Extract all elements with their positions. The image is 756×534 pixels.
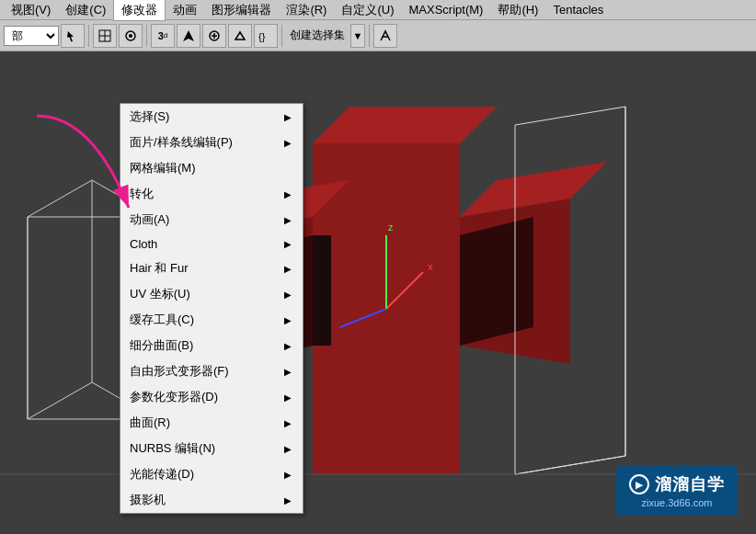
menu-item-ffd[interactable]: 自由形式变形器(F) ▶ <box>120 358 303 384</box>
menu-item-hair[interactable]: Hair 和 Fur ▶ <box>120 256 303 281</box>
play-icon: ▶ <box>629 474 649 494</box>
menu-item-uv[interactable]: UV 坐标(U) ▶ <box>120 281 303 307</box>
scene-3d: x z <box>0 51 756 534</box>
arrow-right-icon: ▶ <box>284 418 292 428</box>
toolbar-separator-1 <box>88 25 89 47</box>
toolbar-btn-4[interactable]: 3d <box>151 24 175 48</box>
menu-create[interactable]: 创建(C) <box>58 0 113 20</box>
arrow-right-icon: ▶ <box>284 189 292 199</box>
arrow-right-icon: ▶ <box>284 495 292 506</box>
toolbar-btn-2[interactable] <box>93 24 117 48</box>
menu-item-radiosity[interactable]: 光能传递(D) ▶ <box>120 461 303 487</box>
menu-item-select[interactable]: 选择(S) ▶ <box>120 104 303 130</box>
toolbar-btn-9[interactable] <box>373 24 397 48</box>
arrow-right-icon: ▶ <box>284 138 292 148</box>
toolbar-separator-4 <box>369 25 370 47</box>
arrow-right-icon: ▶ <box>284 444 292 454</box>
arrow-right-icon: ▶ <box>284 315 292 325</box>
menu-item-nurbs[interactable]: NURBS 编辑(N) ▶ <box>120 436 303 461</box>
arrow-right-icon: ▶ <box>284 264 292 274</box>
toolbar-btn-7[interactable] <box>228 24 252 48</box>
menu-item-cloth[interactable]: Cloth ▶ <box>120 233 303 256</box>
menubar: 视图(V) 创建(C) 修改器 动画 图形编辑器 渲染(R) 自定义(U) MA… <box>0 0 756 20</box>
menu-animation[interactable]: 动画 <box>166 0 204 20</box>
watermark: ▶ 溜溜自学 zixue.3d66.com <box>616 466 738 516</box>
toolbar-separator-3 <box>281 25 282 47</box>
menu-item-mesh[interactable]: 网格编辑(M) <box>120 155 303 181</box>
svg-point-4 <box>129 34 132 38</box>
arrow-right-icon: ▶ <box>284 470 292 480</box>
menu-tentacles[interactable]: Tentacles <box>545 1 611 18</box>
svg-marker-18 <box>460 217 533 346</box>
toolbar-btn-3[interactable] <box>119 24 143 48</box>
menu-item-camera[interactable]: 摄影机 ▶ <box>120 487 303 513</box>
arrow-right-icon: ▶ <box>284 112 292 122</box>
viewport[interactable]: x z 选择(S) ▶ 面片/样条线编辑(P) ▶ 网格编辑(M) 转化 ▶ 动… <box>0 51 756 534</box>
arrow-right-icon: ▶ <box>284 341 292 351</box>
toolbar-btn-6[interactable] <box>202 24 226 48</box>
toolbar-dropdown-arrow[interactable]: ▼ <box>350 24 365 48</box>
menu-graph-editor[interactable]: 图形编辑器 <box>204 0 279 20</box>
arrow-right-icon: ▶ <box>284 367 292 377</box>
svg-text:x: x <box>428 261 433 272</box>
svg-text:{}: {} <box>258 31 266 42</box>
menu-render[interactable]: 渲染(R) <box>279 0 334 20</box>
menu-item-subdivision[interactable]: 细分曲面(B) ▶ <box>120 333 303 358</box>
watermark-title: ▶ 溜溜自学 <box>629 473 725 495</box>
toolbar-select-btn[interactable] <box>61 24 85 48</box>
svg-text:z: z <box>388 222 394 233</box>
svg-rect-19 <box>313 235 331 346</box>
create-set-label: 创建选择集 <box>286 28 349 43</box>
arrow-right-icon: ▶ <box>284 392 292 403</box>
toolbar-btn-5[interactable] <box>177 24 200 48</box>
modifier-dropdown-menu: 选择(S) ▶ 面片/样条线编辑(P) ▶ 网格编辑(M) 转化 ▶ 动画(A)… <box>120 103 304 514</box>
menu-item-convert[interactable]: 转化 ▶ <box>120 181 303 207</box>
menu-item-surface[interactable]: 曲面(R) ▶ <box>120 410 303 436</box>
menu-item-parametric[interactable]: 参数化变形器(D) ▶ <box>120 384 303 410</box>
menu-modifier[interactable]: 修改器 <box>113 0 166 21</box>
menu-maxscript[interactable]: MAXScript(M) <box>401 1 490 18</box>
menu-item-animation[interactable]: 动画(A) ▶ <box>120 207 303 233</box>
arrow-right-icon: ▶ <box>284 290 292 300</box>
menu-customize[interactable]: 自定义(U) <box>334 0 401 20</box>
arrow-right-icon: ▶ <box>284 215 292 225</box>
menu-help[interactable]: 帮助(H) <box>490 0 545 20</box>
watermark-subtitle: zixue.3d66.com <box>641 497 712 508</box>
toolbar-separator-2 <box>146 25 147 47</box>
menu-item-patch[interactable]: 面片/样条线编辑(P) ▶ <box>120 130 303 155</box>
arrow-right-icon: ▶ <box>284 239 292 249</box>
toolbar-dropdown-1[interactable]: 部 <box>4 26 59 46</box>
menu-item-cache[interactable]: 缓存工具(C) ▶ <box>120 307 303 333</box>
toolbar: 部 3d {} 创建选择集 ▼ <box>0 20 756 51</box>
toolbar-btn-8[interactable]: {} <box>254 24 278 48</box>
menu-view[interactable]: 视图(V) <box>4 0 58 20</box>
